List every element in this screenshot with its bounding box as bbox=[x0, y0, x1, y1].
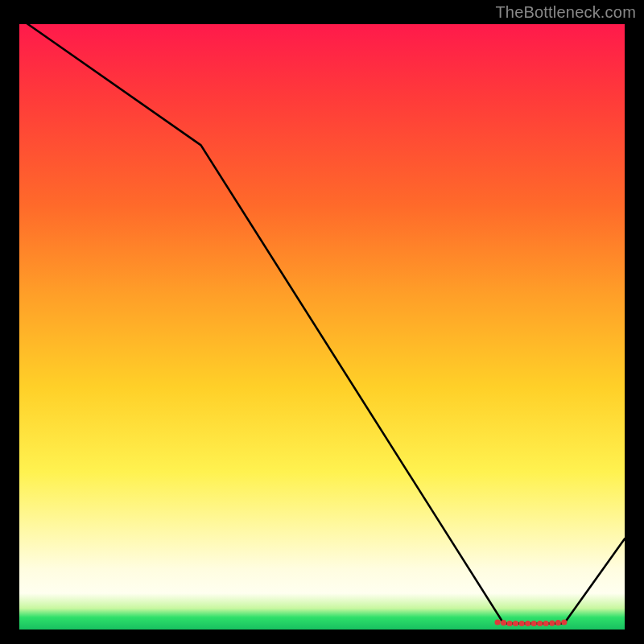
chart-overlay bbox=[19, 24, 625, 630]
marker-dot bbox=[525, 621, 530, 626]
marker-dot bbox=[495, 619, 501, 625]
marker-dot bbox=[531, 621, 537, 626]
attribution-text: TheBottleneck.com bbox=[495, 3, 636, 22]
plot-area bbox=[19, 24, 625, 630]
marker-dot bbox=[537, 621, 543, 626]
marker-dot bbox=[561, 619, 567, 625]
marker-dot bbox=[507, 621, 513, 626]
marker-dot bbox=[543, 621, 549, 626]
marker-dot bbox=[519, 621, 525, 626]
marker-dot bbox=[501, 620, 506, 625]
marker-dot bbox=[549, 621, 555, 626]
chart-line bbox=[19, 19, 625, 624]
chart-frame: TheBottleneck.com bbox=[0, 0, 644, 644]
marker-dot bbox=[555, 620, 561, 625]
marker-dot bbox=[513, 621, 518, 626]
